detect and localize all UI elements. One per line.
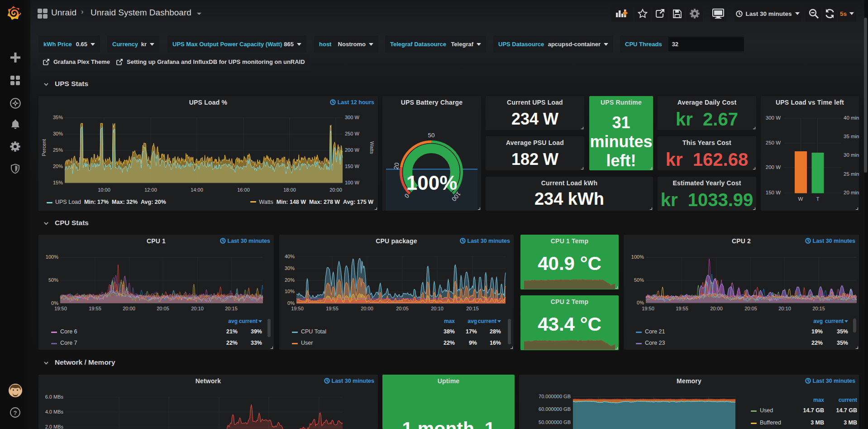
svg-text:?: ? [14,410,17,416]
